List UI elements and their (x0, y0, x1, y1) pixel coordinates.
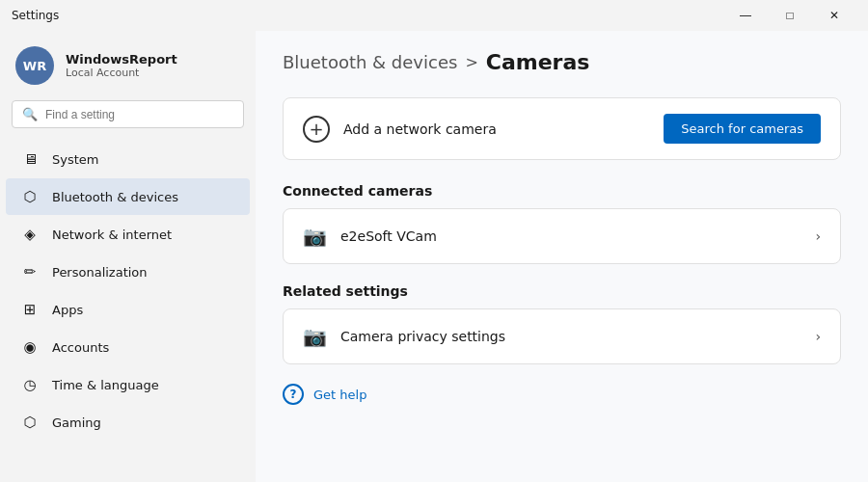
camera-privacy-card[interactable]: 📷 Camera privacy settings › (283, 308, 841, 364)
avatar: WR (15, 46, 54, 85)
sidebar-item-time[interactable]: ◷ Time & language (6, 366, 250, 403)
user-section: WR WindowsReport Local Account (0, 31, 256, 96)
sidebar-label-accounts: Accounts (52, 340, 109, 355)
breadcrumb-separator: > (465, 53, 477, 71)
sidebar-label-time: Time & language (52, 378, 159, 392)
add-camera-label: Add a network camera (343, 121, 497, 137)
breadcrumb: Bluetooth & devices > Cameras (283, 50, 841, 74)
search-icon: 🔍 (22, 107, 38, 121)
user-info: WindowsReport Local Account (66, 52, 177, 79)
sidebar-label-apps: Apps (52, 303, 83, 317)
sidebar-label-personalization: Personalization (52, 265, 148, 280)
minimize-button[interactable]: — (723, 0, 768, 31)
maximize-button[interactable]: □ (768, 0, 812, 31)
connected-cameras-title: Connected cameras (283, 183, 841, 199)
user-type: Local Account (66, 67, 177, 79)
camera-item-left: 📷 e2eSoft VCam (303, 225, 437, 248)
add-icon: + (303, 116, 330, 143)
privacy-label: Camera privacy settings (340, 329, 505, 344)
sidebar-label-system: System (52, 152, 98, 167)
sidebar-item-bluetooth[interactable]: ⬡ Bluetooth & devices (6, 178, 250, 215)
connected-cameras-section: Connected cameras 📷 e2eSoft VCam › (283, 183, 841, 264)
sidebar-label-network: Network & internet (52, 228, 172, 242)
search-input[interactable] (45, 108, 233, 121)
camera-label-vcam: e2eSoft VCam (340, 228, 437, 244)
search-cameras-button[interactable]: Search for cameras (664, 114, 821, 144)
sidebar-item-apps[interactable]: ⊞ Apps (6, 291, 250, 328)
add-camera-card: + Add a network camera Search for camera… (283, 97, 841, 160)
apps-icon: ⊞ (21, 301, 39, 318)
main-content: Bluetooth & devices > Cameras + Add a ne… (256, 31, 868, 482)
camera-icon: 📷 (303, 225, 327, 248)
system-icon: 🖥 (21, 150, 39, 168)
breadcrumb-current: Cameras (486, 50, 590, 74)
sidebar: WR WindowsReport Local Account 🔍 🖥 Syste… (0, 31, 256, 482)
window-controls: — □ ✕ (723, 0, 856, 31)
accounts-icon: ◉ (21, 338, 39, 356)
sidebar-item-gaming[interactable]: ⬡ Gaming (6, 404, 250, 441)
gaming-icon: ⬡ (21, 414, 39, 431)
sidebar-label-bluetooth: Bluetooth & devices (52, 190, 178, 204)
app-title: Settings (12, 9, 59, 22)
bluetooth-icon: ⬡ (21, 188, 39, 205)
time-icon: ◷ (21, 376, 39, 393)
sidebar-item-personalization[interactable]: ✏ Personalization (6, 254, 250, 290)
sidebar-item-accounts[interactable]: ◉ Accounts (6, 329, 250, 365)
nav-items: 🖥 System ⬡ Bluetooth & devices ◈ Network… (0, 140, 256, 442)
privacy-item-left: 📷 Camera privacy settings (303, 325, 505, 348)
chevron-right-icon-2: › (815, 329, 821, 344)
add-camera-left: + Add a network camera (303, 116, 497, 143)
user-name: WindowsReport (66, 52, 177, 67)
get-help-link[interactable]: ? Get help (283, 384, 841, 405)
sidebar-item-system[interactable]: 🖥 System (6, 141, 250, 177)
network-icon: ◈ (21, 226, 39, 243)
title-bar: Settings — □ ✕ (0, 0, 868, 31)
personalization-icon: ✏ (21, 263, 39, 281)
camera-item-vcam[interactable]: 📷 e2eSoft VCam › (283, 208, 841, 264)
help-icon: ? (283, 384, 304, 405)
related-settings-title: Related settings (283, 283, 841, 299)
help-label: Get help (313, 388, 366, 402)
sidebar-item-network[interactable]: ◈ Network & internet (6, 216, 250, 253)
sidebar-label-gaming: Gaming (52, 415, 101, 430)
chevron-right-icon: › (815, 228, 821, 244)
close-button[interactable]: ✕ (812, 0, 856, 31)
camera-privacy-icon: 📷 (303, 325, 327, 348)
app-body: WR WindowsReport Local Account 🔍 🖥 Syste… (0, 31, 868, 482)
breadcrumb-parent[interactable]: Bluetooth & devices (283, 52, 457, 72)
related-settings-section: Related settings 📷 Camera privacy settin… (283, 283, 841, 364)
search-box[interactable]: 🔍 (12, 100, 244, 128)
